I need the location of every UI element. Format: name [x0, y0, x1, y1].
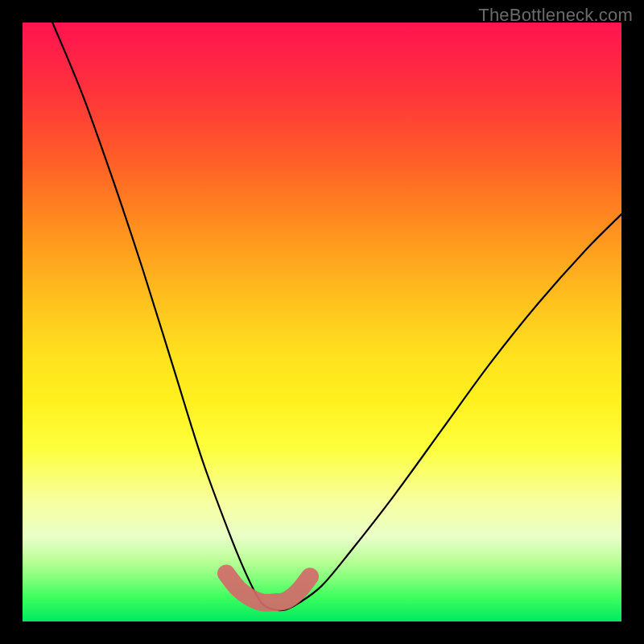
- chart-container: TheBottleneck.com: [0, 0, 644, 644]
- bottleneck-curve: [52, 23, 621, 610]
- curve-overlay: [23, 23, 621, 621]
- highlight-segment: [226, 574, 310, 603]
- plot-area: [23, 23, 621, 621]
